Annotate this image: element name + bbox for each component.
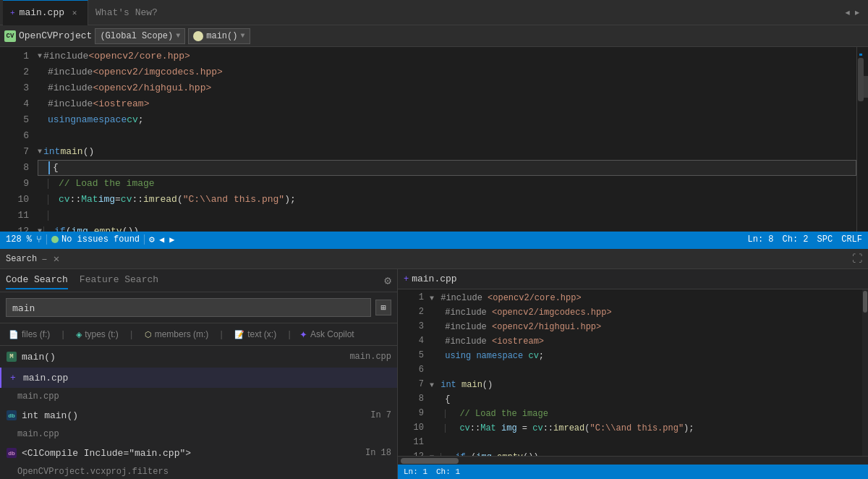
fold-arrow-1[interactable]: ▼	[38, 48, 42, 64]
preview-line-11	[430, 436, 862, 450]
tab-whats-new[interactable]: What's New?	[88, 0, 165, 25]
no-issues-icon	[51, 236, 59, 243]
tab-plus-icon: +	[10, 9, 15, 17]
preview-bottom-scrollbar-thumb[interactable]	[401, 458, 459, 464]
tab-main-cpp[interactable]: + main.cpp ✕	[3, 0, 88, 25]
result-file-path: main.cpp	[0, 388, 397, 405]
preview-status-ln: Ln: 1	[404, 467, 427, 476]
toolbar-gear-icon[interactable]: ⚙	[149, 234, 155, 245]
preview-line-6	[430, 363, 862, 378]
search-panel-expand[interactable]: ⛶	[852, 253, 862, 265]
status-separator-2	[144, 234, 145, 245]
fold-arrow-7[interactable]: ▼	[38, 144, 42, 160]
copilot-icon: ✦	[299, 329, 307, 340]
result-clcompile-subpath: OpenCVProject.vcxproj.filters	[17, 467, 169, 477]
project-name: OpenCVProject	[19, 30, 92, 41]
code-line-4: #include <iostream>	[38, 96, 856, 112]
filter-text-icon: 📝	[234, 330, 244, 339]
search-body: Code Search Feature Search ⚙ ⊞ 📄 files (…	[0, 269, 868, 479]
title-bar-arrows[interactable]: ◂ ▸	[840, 5, 865, 20]
result-method-name: main()	[22, 352, 345, 363]
cursor	[48, 161, 50, 174]
preview-status-ch: Ch: 1	[436, 467, 460, 476]
filter-text-button[interactable]: 📝 text (x:)	[231, 328, 279, 341]
preview-scrollbar[interactable]	[862, 289, 868, 456]
preview-plus-icon: +	[404, 274, 409, 284]
preview-scrollbar-thumb[interactable]	[863, 291, 867, 313]
search-filters: 📄 files (f:) | ◈ types (t:) | ⬡ members …	[0, 323, 397, 346]
preview-header: + main.cpp	[398, 269, 868, 289]
result-item-main-method[interactable]: M main() main.cpp	[0, 346, 397, 368]
code-line-8: {	[38, 160, 856, 176]
editor-scrollbar[interactable]	[856, 47, 864, 232]
tab-close-button[interactable]: ✕	[69, 7, 80, 19]
result-group-clcompile: db <ClCompile Include="main.cpp"> In 18 …	[0, 443, 397, 479]
tab-code-search[interactable]: Code Search	[6, 271, 68, 289]
line-ending-label: CRLF	[841, 234, 862, 245]
status-separator-1	[46, 234, 47, 245]
editor-scrollbar-thumb[interactable]	[858, 58, 864, 101]
indent-guide	[43, 226, 44, 232]
zoom-level: 128 %	[6, 234, 32, 245]
preview-line-10: cv::Mat img = cv::imread("C:\\and this.p…	[430, 421, 862, 436]
filter-types-button[interactable]: ◈ types (t:)	[73, 328, 122, 341]
filter-types-label: types (t:)	[85, 329, 119, 339]
editor-scrollbar-marker	[859, 54, 862, 56]
search-tabs: Code Search Feature Search ⚙	[0, 269, 397, 292]
scope-dropdown[interactable]: (Global Scope) ▼	[95, 28, 185, 44]
minimap-thumb[interactable]	[864, 76, 868, 98]
search-panel-pin[interactable]: –	[41, 253, 47, 265]
search-panel-close[interactable]: ✕	[54, 253, 59, 265]
result-int-icon: db	[6, 410, 17, 421]
result-file-name: main.cpp	[23, 373, 391, 383]
filter-files-button[interactable]: 📄 files (f:)	[6, 328, 53, 341]
preview-line-3: #include <opencv2/highgui.hpp>	[430, 320, 862, 334]
scope-dropdown-arrow: ▼	[176, 32, 180, 40]
result-method-icon: M	[6, 351, 17, 363]
preview-bottom-scrollbar[interactable]	[398, 456, 868, 465]
preview-line-1: ▼ #include <opencv2/core.hpp>	[430, 291, 862, 305]
code-line-11	[38, 208, 856, 224]
no-issues-indicator: No issues found	[51, 234, 140, 245]
result-file-icon: +	[7, 372, 19, 383]
code-container[interactable]: 1 2 3 4 5 6 7 8 9 10 11 12 ▼ #include <o…	[0, 47, 868, 232]
result-int-main-path: main.cpp	[0, 425, 397, 443]
function-label: main()	[206, 31, 237, 41]
result-group-main-cpp: + main.cpp main.cpp	[0, 368, 397, 405]
search-right-panel: + main.cpp 1 2 3 4 5 6 7 8 9 10 11 12 1	[398, 269, 868, 479]
result-clcompile-path: OpenCVProject.vcxproj.filters	[0, 463, 397, 479]
tab-feature-search[interactable]: Feature Search	[80, 271, 158, 289]
function-dropdown[interactable]: main() ▼	[188, 28, 250, 44]
result-int-main-subpath: main.cpp	[17, 429, 59, 439]
code-line-10: cv::Mat img = cv::imread("C:\\and this.p…	[38, 192, 856, 208]
result-file-main-cpp[interactable]: + main.cpp	[0, 368, 397, 388]
code-line-7: ▼ int main()	[38, 144, 856, 160]
project-icon: CV	[4, 30, 16, 42]
search-scope-button[interactable]: ⊞	[375, 300, 391, 315]
preview-line-2: #include <opencv2/imgcodecs.hpp>	[430, 305, 862, 320]
arrow-left-icon[interactable]: ◂	[844, 5, 851, 20]
arrow-right-icon[interactable]: ▸	[854, 5, 861, 20]
filter-members-button[interactable]: ⬡ members (m:)	[142, 328, 212, 341]
preview-code[interactable]: 1 2 3 4 5 6 7 8 9 10 11 12 13 ▼	[398, 289, 868, 456]
title-bar: + main.cpp ✕ What's New? ◂ ▸	[0, 0, 868, 25]
preview-status-bar: Ln: 1 Ch: 1	[398, 465, 868, 479]
code-line-1: ▼ #include <opencv2/core.hpp>	[38, 48, 856, 64]
no-issues-text: No issues found	[61, 234, 140, 245]
fold-arrow-12[interactable]: ▼	[38, 224, 42, 232]
search-results[interactable]: M main() main.cpp + main.cpp main.cpp	[0, 346, 397, 479]
preview-code-content: ▼ #include <opencv2/core.hpp> #include <…	[430, 289, 862, 456]
indent-guide	[48, 195, 48, 205]
search-input[interactable]	[6, 298, 371, 317]
result-int-main[interactable]: db int main() In 7	[0, 405, 397, 425]
ask-copilot-button[interactable]: ✦ Ask Copilot	[299, 329, 354, 340]
preview-line-numbers: 1 2 3 4 5 6 7 8 9 10 11 12 13	[398, 289, 430, 456]
status-arrows[interactable]: ◀ ▶	[159, 234, 175, 245]
code-line-6	[38, 128, 856, 144]
filter-members-icon: ⬡	[145, 330, 152, 339]
cursor-position-ln: Ln: 8	[748, 234, 774, 245]
status-bar: 128 % ⑂ No issues found ⚙ ◀ ▶ Ln: 8 Ch: …	[0, 232, 868, 247]
result-clcompile[interactable]: db <ClCompile Include="main.cpp"> In 18	[0, 443, 397, 463]
search-settings-icon[interactable]: ⚙	[384, 274, 391, 288]
code-content[interactable]: ▼ #include <opencv2/core.hpp> #include <…	[35, 47, 856, 232]
